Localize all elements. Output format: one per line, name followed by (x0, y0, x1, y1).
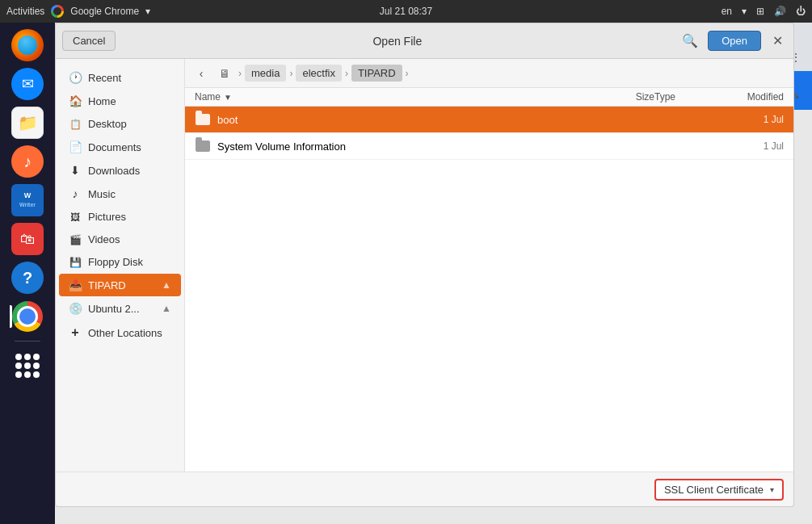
floppy-icon: 💾 (69, 257, 82, 268)
sidebar-item-music[interactable]: ♪ Music (59, 182, 181, 205)
dialog-search-button[interactable]: 🔍 (679, 30, 701, 52)
tipard-icon: 📤 (69, 279, 82, 291)
lang-label: en (722, 6, 732, 17)
thunderbird-icon: ✉ (11, 68, 44, 100)
recent-icon: 🕐 (69, 71, 82, 84)
dock-item-firefox[interactable] (10, 27, 45, 63)
sidebar-item-label-other-locations: Other Locations (88, 327, 162, 339)
tipard-eject-button[interactable]: ▲ (162, 279, 171, 291)
sidebar-item-pictures[interactable]: 🖼 Pictures (59, 206, 181, 228)
breadcrumb-arrow-3: › (345, 68, 348, 79)
sidebar-item-videos[interactable]: 🎬 Videos (59, 228, 181, 250)
breadcrumb-bar: ‹ 🖥 › media › electfix › TIPARD › (185, 59, 793, 88)
col-type-header[interactable]: Type (654, 91, 719, 103)
sidebar-item-tipard[interactable]: 📤 TIPARD ▲ (59, 274, 181, 296)
topbar-right: en ▾ ⊞ 🔊 ⏻ (722, 6, 806, 17)
sidebar-item-desktop[interactable]: 📋 Desktop (59, 113, 181, 135)
app-menu-arrow[interactable]: ▾ (145, 6, 150, 17)
ubuntu-eject-button[interactable]: ▲ (162, 303, 171, 314)
ssl-label: SSL Client Certificate (664, 484, 764, 496)
other-locations-icon: + (69, 325, 82, 340)
breadcrumb-electfix[interactable]: electfix (296, 65, 341, 82)
dialog-body: 🕐 Recent 🏠 Home 📋 Desktop 📄 Documents ⬇ (55, 58, 794, 472)
file-name-system-volume: System Volume Information (217, 140, 606, 153)
home-icon: 🏠 (69, 94, 82, 107)
music-icon: ♪ (69, 187, 82, 200)
file-list-empty-area (185, 160, 793, 472)
sidebar-item-label-tipard: TIPARD (88, 279, 126, 291)
sidebar-item-ubuntu[interactable]: 💿 Ubuntu 2... ▲ (59, 297, 181, 320)
folder-icon-system-volume (195, 138, 211, 154)
file-modified-boot: 1 Jul (719, 114, 784, 125)
activities-button[interactable]: Activities (6, 6, 44, 17)
pictures-icon: 🖼 (69, 212, 82, 223)
dock-item-thunderbird[interactable]: ✉ (10, 66, 45, 102)
breadcrumb-tipard[interactable]: TIPARD (351, 65, 402, 82)
sidebar-item-label-pictures: Pictures (88, 211, 126, 223)
topbar: Activities Google Chrome ▾ Jul 21 08:37 … (0, 0, 812, 23)
videos-icon: 🎬 (69, 234, 82, 245)
volume-icon[interactable]: 🔊 (774, 6, 786, 17)
file-row-boot[interactable]: boot 1 Jul (185, 107, 793, 133)
breadcrumb-media[interactable]: media (245, 65, 286, 82)
dock-item-files[interactable]: 📁 (10, 105, 45, 140)
sort-arrow-icon: ▼ (224, 93, 232, 102)
file-modified-system-volume: 1 Jul (719, 140, 784, 152)
breadcrumb-location-button[interactable]: 🖥 (214, 63, 235, 84)
dock-item-libreoffice[interactable]: WWriter (10, 182, 45, 218)
dock: ✉ 📁 ♪ WWriter 🛍 ? (0, 23, 55, 524)
file-row-system-volume[interactable]: System Volume Information 1 Jul (185, 133, 793, 160)
sidebar-item-downloads[interactable]: ⬇ Downloads (59, 159, 181, 182)
rhythmbox-icon: ♪ (11, 145, 44, 178)
breadcrumb-arrow-4: › (406, 68, 409, 79)
ssl-dropdown-arrow-icon: ▾ (770, 485, 774, 494)
col-size-header[interactable]: Size (606, 91, 654, 103)
sidebar-item-label-desktop: Desktop (88, 118, 127, 130)
sidebar-item-label-floppy: Floppy Disk (88, 256, 143, 268)
chrome-topbar-icon (51, 5, 64, 18)
dialog-filelist: ‹ 🖥 › media › electfix › TIPARD › Name ▼… (185, 59, 793, 472)
lang-arrow[interactable]: ▾ (742, 6, 747, 17)
ssl-client-certificate-dropdown[interactable]: SSL Client Certificate ▾ (654, 479, 784, 501)
file-name-boot: boot (217, 114, 606, 126)
col-modified-header[interactable]: Modified (719, 91, 784, 103)
chrome-dock-ring (12, 301, 43, 332)
dock-item-appstore[interactable]: 🛍 (10, 221, 45, 257)
network-icon[interactable]: ⊞ (756, 6, 764, 17)
dialog-cancel-button[interactable]: Cancel (62, 31, 116, 51)
sidebar-item-label-home: Home (88, 95, 116, 107)
col-modified-label: Modified (747, 91, 784, 103)
col-name-header[interactable]: Name ▼ (195, 91, 606, 103)
sidebar-item-home[interactable]: 🏠 Home (59, 90, 181, 112)
app-name-label[interactable]: Google Chrome (70, 6, 139, 17)
breadcrumb-arrow-2: › (289, 68, 292, 79)
sidebar-item-documents[interactable]: 📄 Documents (59, 136, 181, 158)
dialog-titlebar: Cancel Open File 🔍 Open ✕ (55, 23, 794, 58)
dock-item-help[interactable]: ? (10, 260, 45, 296)
breadcrumb-arrow-1: › (238, 68, 242, 79)
folder-icon-boot (195, 111, 211, 128)
ubuntu-icon: 💿 (69, 302, 82, 315)
sidebar-item-recent[interactable]: 🕐 Recent (59, 66, 181, 89)
dock-item-chrome[interactable] (10, 299, 45, 334)
sidebar-item-floppy[interactable]: 💾 Floppy Disk (59, 251, 181, 273)
sidebar-item-label-ubuntu: Ubuntu 2... (88, 303, 140, 315)
dock-item-rhythmbox[interactable]: ♪ (10, 144, 45, 179)
apps-grid-icon (15, 354, 40, 378)
dialog-footer: SSL Client Certificate ▾ (55, 472, 794, 507)
dialog-open-button[interactable]: Open (708, 31, 761, 51)
sidebar-item-label-recent: Recent (88, 72, 121, 84)
col-type-label: Type (654, 91, 675, 103)
sidebar-item-label-downloads: Downloads (88, 165, 140, 177)
topbar-left: Activities Google Chrome ▾ (6, 5, 150, 18)
dock-item-show-apps[interactable] (10, 348, 45, 384)
datetime-label: Jul 21 08:37 (380, 6, 432, 17)
sidebar-item-label-videos: Videos (88, 233, 120, 245)
power-icon[interactable]: ⏻ (796, 6, 806, 17)
breadcrumb-back-button[interactable]: ‹ (191, 64, 211, 83)
sidebar-item-label-music: Music (88, 188, 116, 200)
dialog-close-button[interactable]: ✕ (768, 31, 787, 51)
desktop-icon: 📋 (69, 119, 82, 130)
sidebar-item-other-locations[interactable]: + Other Locations (59, 321, 181, 345)
help-icon: ? (11, 262, 44, 294)
